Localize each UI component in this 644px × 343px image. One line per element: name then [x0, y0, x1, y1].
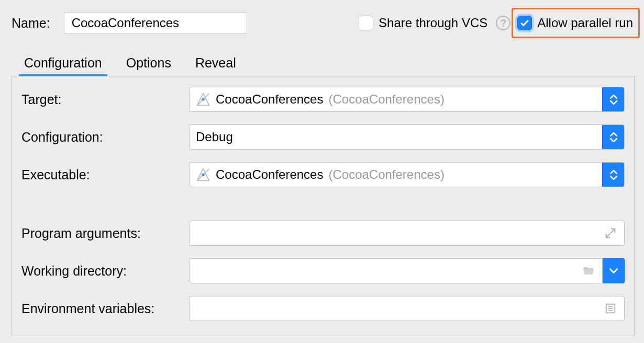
- list-icon[interactable]: [603, 301, 618, 316]
- executable-label: Executable:: [21, 167, 189, 182]
- allow-parallel-checkbox[interactable]: Allow parallel run: [512, 8, 640, 38]
- configuration-panel: Target: CocoaConferences (CocoaConferenc…: [12, 76, 635, 336]
- target-select[interactable]: CocoaConferences (CocoaConferences): [189, 87, 625, 112]
- configuration-label: Configuration:: [21, 130, 189, 145]
- checkbox-unchecked-icon: [359, 16, 373, 30]
- header-options: Share through VCS ? Allow parallel run: [356, 14, 635, 32]
- target-value-suffix: (CocoaConferences): [328, 92, 444, 107]
- row-configuration: Configuration: Debug: [21, 124, 625, 150]
- row-environment-variables: Environment variables:: [21, 296, 625, 321]
- svg-point-2: [202, 98, 204, 100]
- row-target: Target: CocoaConferences (CocoaConferenc…: [21, 87, 625, 112]
- environment-variables-field[interactable]: [196, 301, 599, 316]
- svg-point-5: [202, 173, 204, 176]
- environment-variables-label: Environment variables:: [21, 301, 189, 316]
- row-program-arguments: Program arguments:: [21, 221, 625, 246]
- row-executable: Executable: CocoaConferences (CocoaConfe…: [21, 162, 625, 187]
- checkbox-checked-icon: [517, 16, 532, 30]
- tab-reveal[interactable]: Reveal: [195, 52, 236, 76]
- working-directory-input[interactable]: [189, 258, 603, 283]
- tab-options[interactable]: Options: [126, 52, 171, 76]
- program-arguments-input[interactable]: [189, 221, 625, 246]
- target-label: Target:: [21, 92, 189, 107]
- app-target-icon: [196, 167, 210, 182]
- header-row: Name: Share through VCS ? Allow parallel…: [12, 9, 635, 37]
- configuration-value: Debug: [196, 130, 233, 144]
- target-value: CocoaConferences: [216, 92, 323, 107]
- environment-variables-input[interactable]: [189, 296, 625, 321]
- working-directory-label: Working directory:: [21, 264, 189, 279]
- allow-parallel-label: Allow parallel run: [537, 16, 633, 30]
- working-directory-field[interactable]: [196, 264, 577, 278]
- share-vcs-checkbox[interactable]: Share through VCS: [356, 14, 491, 32]
- configuration-select[interactable]: Debug: [189, 124, 625, 150]
- run-config-dialog: Name: Share through VCS ? Allow parallel…: [0, 0, 644, 343]
- name-input[interactable]: [64, 12, 247, 34]
- executable-select[interactable]: CocoaConferences (CocoaConferences): [189, 162, 625, 187]
- share-vcs-label: Share through VCS: [379, 16, 487, 30]
- folder-icon[interactable]: [581, 264, 596, 278]
- name-label: Name:: [12, 16, 50, 31]
- row-working-directory: Working directory:: [21, 258, 625, 283]
- up-down-chevron-icon: [602, 125, 624, 149]
- program-arguments-field[interactable]: [196, 226, 599, 241]
- chevron-down-icon: [609, 268, 618, 273]
- help-icon[interactable]: ?: [496, 16, 510, 30]
- working-directory-history-button[interactable]: [603, 258, 625, 283]
- program-arguments-label: Program arguments:: [21, 226, 189, 241]
- executable-value-suffix: (CocoaConferences): [328, 167, 444, 182]
- app-target-icon: [196, 92, 210, 107]
- tab-configuration[interactable]: Configuration: [24, 52, 102, 76]
- expand-icon[interactable]: [603, 226, 618, 241]
- tab-bar: Configuration Options Reveal: [12, 52, 635, 76]
- up-down-chevron-icon: [602, 163, 624, 187]
- executable-value: CocoaConferences: [216, 167, 323, 182]
- up-down-chevron-icon: [602, 87, 624, 111]
